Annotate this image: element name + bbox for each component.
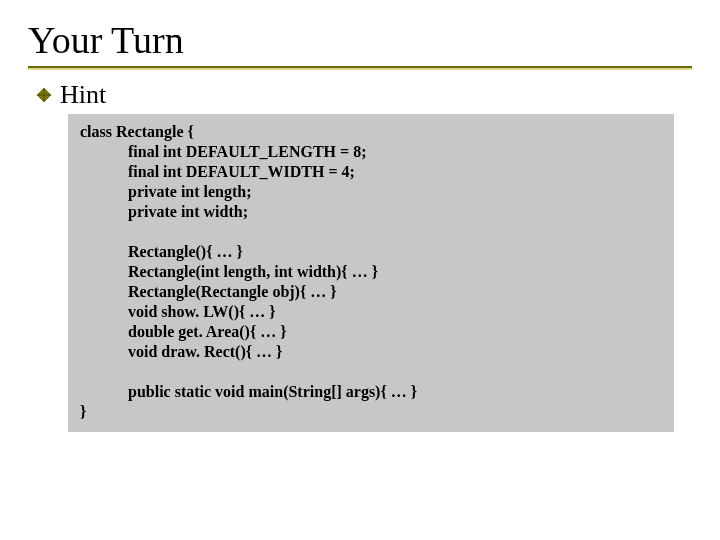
slide: Your Turn Hint class Rectangle { final i…	[0, 0, 720, 540]
title-underline	[28, 66, 692, 70]
slide-title: Your Turn	[28, 18, 692, 62]
code-block: class Rectangle { final int DEFAULT_LENG…	[68, 114, 674, 432]
bullet-item: Hint	[36, 80, 692, 110]
diamond-bullet-icon	[36, 87, 52, 103]
bullet-label: Hint	[60, 80, 106, 110]
